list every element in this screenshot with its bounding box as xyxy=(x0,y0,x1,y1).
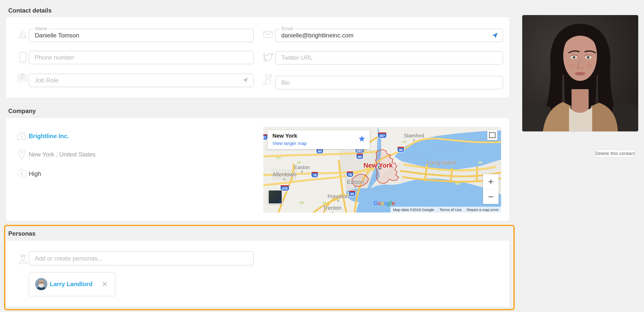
star-icon[interactable]: ★ xyxy=(358,134,366,144)
bio-input[interactable] xyxy=(276,76,503,89)
email-input[interactable] xyxy=(276,29,503,42)
send-email-icon[interactable] xyxy=(492,32,498,39)
map-zoom-out-button[interactable]: − xyxy=(483,189,499,204)
map-zoom-in-button[interactable]: + xyxy=(483,174,499,189)
company-house-icon: $ xyxy=(16,131,26,141)
contact-details-heading: Contact details xyxy=(8,7,52,14)
view-larger-map-link[interactable]: View larger map xyxy=(272,141,307,146)
map-place-princeton: Princeton xyxy=(328,194,349,202)
email-label: Email xyxy=(280,26,295,31)
email-field: Email xyxy=(275,29,503,42)
name-field: Name xyxy=(29,29,254,42)
shield-i95b-icon: 95 xyxy=(349,191,355,196)
map-place-stamford: Stamford xyxy=(404,133,424,141)
contact-details-card: Name Email xyxy=(6,17,509,98)
map-embed[interactable]: Stamford Long Island Easton Allentown Ed… xyxy=(263,127,501,213)
shield-i47-icon: 47 xyxy=(263,134,267,140)
job-role-field xyxy=(29,74,254,87)
phone-input[interactable] xyxy=(29,51,253,64)
google-logo[interactable]: Google xyxy=(374,200,395,207)
shield-i78-icon: 78 xyxy=(311,172,318,177)
map-fullscreen-button[interactable] xyxy=(487,130,497,140)
map-attribution-bar: Map data ©2018 Google Terms of Use Repor… xyxy=(390,207,501,213)
company-location: New York , United States xyxy=(29,151,95,158)
company-deal-value: High xyxy=(29,170,41,177)
map-place-long-island: Long Island xyxy=(427,160,456,166)
map-place-trenton: Trenton xyxy=(323,205,342,213)
shield-i80b-icon: 80 xyxy=(356,153,363,159)
scroll-icon xyxy=(263,74,273,85)
map-zoom-control: + − xyxy=(483,174,499,204)
company-name-link[interactable]: Brightline Inc. xyxy=(29,133,69,140)
map-info-title: New York xyxy=(272,133,297,139)
name-input[interactable] xyxy=(29,29,253,42)
company-heading: Company xyxy=(8,108,36,115)
map-satellite-toggle[interactable] xyxy=(268,190,283,204)
map-info-card: New York View larger map ★ xyxy=(267,130,370,149)
phone-field xyxy=(29,51,254,64)
map-terms-link[interactable]: Terms of Use xyxy=(437,207,464,212)
map-place-edison: Edison xyxy=(347,179,364,188)
personas-heading: Personas xyxy=(8,230,35,237)
location-pin-icon xyxy=(17,149,27,159)
briefcase-icon xyxy=(17,73,27,84)
send-job-role-icon[interactable] xyxy=(242,77,249,84)
person-icon xyxy=(18,30,28,41)
svg-text:$: $ xyxy=(20,171,23,176)
company-card: $ Brightline Inc. New York , United Stat… xyxy=(6,118,509,221)
map-label-new-york: New York xyxy=(364,162,393,169)
dollar-circle-icon: $ xyxy=(17,168,27,178)
shield-i287-icon: 287 xyxy=(378,132,386,138)
persona-name-link[interactable]: Larry Landlord xyxy=(50,281,92,288)
delete-contact-button[interactable]: Delete this contact xyxy=(594,149,635,158)
map-report-error-link[interactable]: Report a map error xyxy=(464,207,501,212)
svg-text:$: $ xyxy=(20,135,22,138)
remove-persona-icon[interactable]: ✕ xyxy=(102,280,108,289)
shield-i78b-icon: 78 xyxy=(347,171,353,177)
twitter-input[interactable] xyxy=(276,51,503,64)
personas-card: Larry Landlord ✕ xyxy=(6,241,509,307)
persona-king-icon xyxy=(18,254,28,265)
bio-field xyxy=(275,76,503,89)
personas-input-field xyxy=(29,251,254,266)
shield-i95-icon: 95 xyxy=(397,147,404,152)
contact-photo xyxy=(522,15,638,131)
name-label: Name xyxy=(33,26,49,31)
envelope-icon xyxy=(263,31,273,42)
fullscreen-icon xyxy=(489,132,496,138)
twitter-field xyxy=(275,51,503,65)
persona-avatar xyxy=(35,278,47,290)
persona-chip: Larry Landlord ✕ xyxy=(29,272,115,296)
personas-input[interactable] xyxy=(29,252,253,265)
twitter-icon xyxy=(262,52,272,63)
phone-icon xyxy=(19,52,29,63)
map-attribution-text: Map data ©2018 Google xyxy=(390,207,437,212)
map-place-allentown: Allentown xyxy=(272,171,296,180)
job-role-input[interactable] xyxy=(29,74,253,87)
